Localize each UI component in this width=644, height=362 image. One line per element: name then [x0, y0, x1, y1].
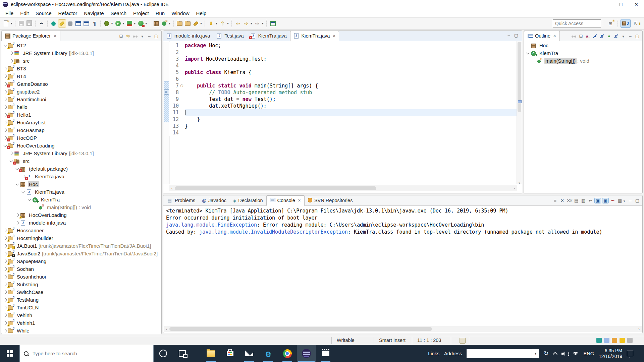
start-button[interactable] [0, 345, 19, 362]
tab-declaration[interactable]: ◈Declaration [230, 196, 266, 205]
java-perspective-button[interactable]: J [621, 19, 631, 28]
menu-item-file[interactable]: File [2, 9, 17, 17]
menu-item-navigate[interactable]: Navigate [80, 9, 107, 17]
editor-horizontal-scrollbar[interactable]: ‹› [169, 185, 517, 191]
debug-dropdown-icon[interactable]: ▼ [111, 22, 113, 25]
language-indicator[interactable]: ENG [584, 351, 594, 356]
annotation-ruler[interactable] [163, 41, 170, 184]
tree-item[interactable]: ×src [1, 157, 161, 165]
focus-icon[interactable] [132, 33, 138, 39]
expander-collapsed-icon[interactable] [3, 243, 8, 249]
action-center-button[interactable] [627, 351, 633, 356]
last-edit-location-icon[interactable] [269, 20, 276, 27]
tab-outline[interactable]: Outline ✕ [524, 31, 560, 41]
tree-item[interactable]: J!Hocscanner [1, 227, 161, 234]
taskbar-app-edge[interactable]: e [259, 345, 278, 362]
expander-collapsed-icon[interactable] [3, 66, 8, 71]
new-java-project-icon[interactable] [153, 20, 160, 27]
hide-non-public-icon[interactable]: ● [606, 33, 612, 39]
hide-static-icon[interactable]: S [599, 33, 605, 39]
sync-status-icon[interactable] [627, 338, 633, 343]
minimize-icon[interactable]: – [146, 33, 152, 39]
expander-collapsed-icon[interactable] [3, 290, 8, 295]
tree-item[interactable]: J!TestMang [1, 296, 161, 304]
tree-item[interactable]: Hoc [1, 180, 161, 188]
line-number[interactable]: 8 [169, 89, 179, 96]
editor-tab[interactable]: JKiemTra.java✕ [290, 31, 339, 41]
tree-item[interactable]: Jhello [1, 103, 161, 111]
expander-collapsed-icon[interactable] [3, 274, 8, 280]
search-flashlight-dropdown-icon[interactable]: ▼ [200, 22, 203, 25]
expander-collapsed-icon[interactable] [9, 151, 14, 156]
clock[interactable]: 6:35 PM 12/16/2019 [599, 348, 622, 359]
editor-tab[interactable]: JTest.java [213, 31, 247, 41]
network-icon[interactable] [572, 351, 579, 356]
expander-collapsed-icon[interactable] [3, 120, 8, 125]
expander-collapsed-icon[interactable] [3, 105, 8, 110]
console-horizontal-scrollbar[interactable]: ‹ › [164, 326, 642, 332]
tree-item[interactable]: J×Hello1 [1, 111, 161, 119]
menu-item-run[interactable]: Run [152, 9, 168, 17]
console-output[interactable]: <terminated> KiemTra [Java Application] … [163, 206, 642, 333]
show-whitespace-icon[interactable]: ¶ [91, 20, 98, 27]
coverage-icon[interactable] [126, 20, 133, 27]
overview-task-marker[interactable] [518, 100, 522, 103]
clear-console-icon[interactable]: ▤ [573, 197, 579, 203]
sort-icon[interactable]: a↓ [585, 33, 591, 39]
tip-status-icon[interactable] [612, 338, 617, 343]
search-input[interactable] [32, 350, 153, 357]
taskbar-app-mail[interactable] [239, 345, 259, 362]
open-type-icon[interactable] [75, 20, 82, 27]
scroll-lock-icon[interactable]: ▥ [580, 197, 586, 203]
menu-item-source[interactable]: Source [32, 9, 55, 17]
taskbar-app-file-explorer[interactable] [201, 345, 220, 362]
tree-item[interactable]: J!giaiptbac2 [1, 88, 161, 96]
tree-item[interactable]: J!Hocstringbuilder [1, 234, 161, 242]
taskbar-search[interactable] [19, 345, 154, 362]
tree-item[interactable]: JKiemTra.java [1, 188, 161, 196]
taskbar-app-movies-tv[interactable] [316, 345, 335, 362]
exception-link[interactable]: java.lang.module.InvalidModuleDescriptor… [199, 229, 348, 235]
search-flashlight-icon[interactable] [192, 20, 200, 27]
terminal-status-icon[interactable] [596, 338, 602, 343]
expander-collapsed-icon[interactable] [3, 328, 8, 334]
coverage-dropdown-icon[interactable]: ▼ [133, 22, 136, 25]
tree-item[interactable]: J×HocOverLoading [1, 142, 161, 149]
expander-collapsed-icon[interactable] [3, 74, 8, 79]
profile-icon[interactable] [137, 20, 145, 27]
expander-collapsed-icon[interactable] [9, 51, 14, 56]
hidden-icons-chevron[interactable] [552, 352, 557, 356]
line-number[interactable]: 2 [169, 49, 179, 56]
menu-item-search[interactable]: Search [107, 9, 130, 17]
run-dropdown-icon[interactable]: ▼ [122, 22, 125, 25]
tree-item[interactable]: J!Sochan [1, 265, 161, 273]
line-number[interactable]: 5 [169, 69, 179, 76]
maximize-button[interactable]: □ [613, 0, 629, 9]
open-folder-2-icon[interactable] [184, 20, 192, 27]
taskbar-app-store[interactable] [220, 345, 239, 362]
stderr-lock-icon[interactable]: ▣ [602, 197, 609, 203]
expander-collapsed-icon[interactable] [3, 320, 8, 326]
hide-local-types-icon[interactable]: L [613, 33, 619, 39]
tree-item[interactable]: JSwitchCase [1, 288, 161, 296]
expander-collapsed-icon[interactable] [3, 259, 8, 264]
tree-item[interactable]: CKiemTra [1, 196, 161, 203]
expander-expanded-icon[interactable] [3, 43, 8, 48]
address-toolbar-label[interactable]: Address [444, 351, 462, 356]
prev-annotation-dropdown-icon[interactable]: ▼ [226, 22, 229, 25]
view-menu-icon[interactable]: ▼ [139, 33, 145, 39]
tree-item[interactable]: Smain(String[]) : void [524, 57, 642, 65]
expander-collapsed-icon[interactable] [3, 236, 8, 241]
tree-item[interactable]: Smain(String[]) : void [1, 203, 161, 211]
close-view-icon[interactable]: ✕ [298, 198, 301, 203]
maximize-icon[interactable]: ▢ [634, 33, 640, 39]
expander-collapsed-icon[interactable] [3, 228, 8, 233]
tab-svn-repositories[interactable]: SVN Repositories [305, 196, 356, 205]
minimize-editor-icon[interactable]: – [506, 33, 512, 38]
expander-collapsed-icon[interactable] [3, 128, 8, 133]
tree-item[interactable]: J!Substring [1, 281, 161, 288]
close-tab-icon[interactable]: ✕ [332, 34, 335, 38]
save-icon[interactable] [18, 20, 25, 27]
forward-gray-icon[interactable]: ⇨ [254, 20, 261, 27]
forward-dropdown-icon[interactable]: ▼ [250, 22, 253, 25]
